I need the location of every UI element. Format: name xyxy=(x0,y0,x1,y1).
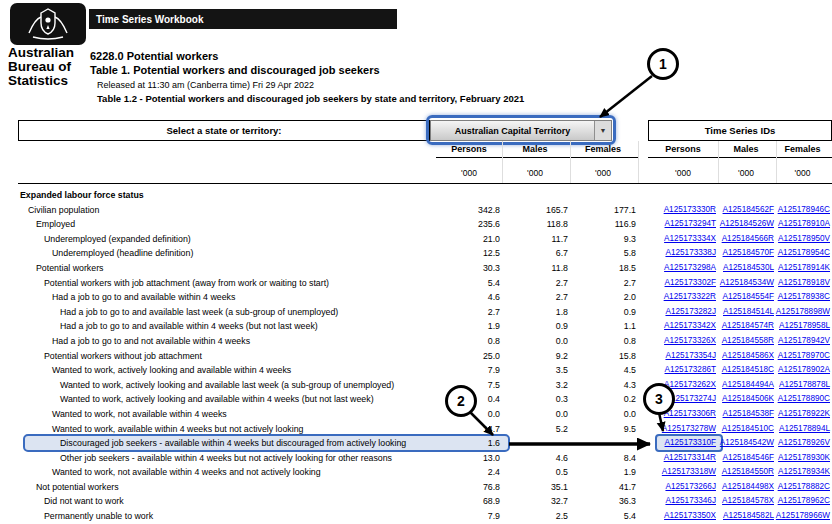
timeseries-id-link-females[interactable]: A125178914K xyxy=(778,261,830,276)
value-persons: 25.0 xyxy=(483,349,500,364)
timeseries-id-link-persons[interactable]: A125173310F xyxy=(665,436,716,451)
value-females: 8.4 xyxy=(624,451,636,466)
row-label: Expanded labour force status xyxy=(20,188,144,203)
table-row: Expanded labour force status xyxy=(0,188,832,203)
timeseries-id-link-males[interactable]: A125184494A xyxy=(722,378,774,393)
timeseries-id-link-males[interactable]: A125184546F xyxy=(723,451,774,466)
table-row: Wanted to work, actively looking and ava… xyxy=(0,363,832,378)
value-persons: 5.4 xyxy=(488,276,500,291)
timeseries-id-link-males[interactable]: A125184574R xyxy=(722,319,774,334)
timeseries-id-link-persons[interactable]: A125173342X xyxy=(664,319,716,334)
table-row: Wanted to work, actively looking and ava… xyxy=(0,378,832,393)
timeseries-id-link-males[interactable]: A125184554F xyxy=(723,290,774,305)
timeseries-id-link-persons[interactable]: A125173302F xyxy=(665,276,716,291)
state-dropdown[interactable]: Australian Capital Territory ▼ xyxy=(430,120,612,141)
timeseries-id-link-persons[interactable]: A125173298A xyxy=(664,261,716,276)
timeseries-id-link-males[interactable]: A125184518C xyxy=(722,363,774,378)
timeseries-id-link-males[interactable]: A125184538F xyxy=(723,407,774,422)
timeseries-id-link-females[interactable]: A125178938C xyxy=(778,290,830,305)
row-label: Not potential workers xyxy=(36,480,119,495)
timeseries-id-link-persons[interactable]: A125173346J xyxy=(665,494,716,509)
timeseries-id-link-females[interactable]: A125178942V xyxy=(778,334,830,349)
column-header-males: Males xyxy=(502,143,568,156)
timeseries-id-link-males[interactable]: A125184582L xyxy=(723,509,774,524)
timeseries-id-link-males[interactable]: A125184562F xyxy=(723,203,774,218)
timeseries-id-link-persons[interactable]: A125173282J xyxy=(665,305,716,320)
value-persons: 2.4 xyxy=(488,465,500,480)
timeseries-id-link-females[interactable]: A125178962C xyxy=(778,494,830,509)
timeseries-id-link-males[interactable]: A125184526W xyxy=(720,217,774,232)
row-label: Other job seekers - available within 4 w… xyxy=(60,451,392,466)
value-females: 0.0 xyxy=(624,407,636,422)
timeseries-id-link-persons[interactable]: A125173306R xyxy=(664,407,716,422)
timeseries-id-link-persons[interactable]: A125173318W xyxy=(662,465,716,480)
timeseries-id-link-males[interactable]: A125184534W xyxy=(720,276,774,291)
timeseries-id-link-females[interactable]: A125178946C xyxy=(778,203,830,218)
timeseries-id-link-females[interactable]: A125178930K xyxy=(778,451,830,466)
timeseries-id-link-males[interactable]: A125184542W xyxy=(720,436,774,451)
table-row: Wanted to work, actively looking and ava… xyxy=(0,392,832,407)
timeseries-id-link-persons[interactable]: A125173278W xyxy=(662,422,716,437)
timeseries-id-link-persons[interactable]: A125173286T xyxy=(665,363,716,378)
timeseries-id-link-persons[interactable]: A125173350X xyxy=(664,509,716,524)
units-label: '000 xyxy=(648,167,718,180)
header-underline-right xyxy=(648,157,832,158)
timeseries-id-link-females[interactable]: A125178910A xyxy=(778,217,830,232)
callout-2-number: 2 xyxy=(457,393,465,409)
timeseries-id-link-males[interactable]: A125184514L xyxy=(723,305,774,320)
row-label: Discouraged job seekers - available with… xyxy=(60,436,406,451)
timeseries-id-link-males[interactable]: A125184566R xyxy=(722,232,774,247)
timeseries-id-link-males[interactable]: A125184558R xyxy=(722,334,774,349)
table-row: Other job seekers - available within 4 w… xyxy=(0,451,832,466)
row-label: Permanently unable to work xyxy=(44,509,153,524)
timeseries-id-link-females[interactable]: A125178966W xyxy=(776,509,830,524)
timeseries-id-link-males[interactable]: A125184578X xyxy=(722,494,774,509)
timeseries-id-link-persons[interactable]: A125173338J xyxy=(665,246,716,261)
row-label: Potential workers xyxy=(36,261,103,276)
gridline xyxy=(718,141,719,183)
timeseries-id-link-females[interactable]: A125178890C xyxy=(778,392,830,407)
timeseries-id-link-persons[interactable]: A125173314R xyxy=(664,451,716,466)
timeseries-id-link-females[interactable]: A125178926V xyxy=(778,436,830,451)
gridline xyxy=(570,141,571,183)
timeseries-id-link-females[interactable]: A125178902A xyxy=(778,363,830,378)
timeseries-id-link-males[interactable]: A125184570F xyxy=(723,246,774,261)
abs-logo-line-3: Statistics xyxy=(8,74,74,88)
timeseries-id-link-females[interactable]: A125178950V xyxy=(778,232,830,247)
row-label: Had a job to go to and available last we… xyxy=(60,305,338,320)
timeseries-id-link-persons[interactable]: A125173326X xyxy=(664,334,716,349)
row-label: Wanted to work, actively looking and ava… xyxy=(52,363,291,378)
timeseries-id-link-persons[interactable]: A125173266J xyxy=(665,480,716,495)
timeseries-id-link-persons[interactable]: A125173322R xyxy=(664,290,716,305)
timeseries-id-link-females[interactable]: A125178894L xyxy=(779,422,830,437)
timeseries-id-link-females[interactable]: A125178882C xyxy=(778,480,830,495)
timeseries-id-link-females[interactable]: A125178970C xyxy=(778,349,830,364)
timeseries-id-link-males[interactable]: A125184550R xyxy=(722,465,774,480)
row-label: Potential workers without job attachment xyxy=(44,349,202,364)
value-females: 18.5 xyxy=(619,261,636,276)
ts-column-header-persons: Persons xyxy=(648,143,718,156)
timeseries-id-link-males[interactable]: A125184510C xyxy=(722,422,774,437)
timeseries-id-link-males[interactable]: A125184530L xyxy=(723,261,774,276)
table-row: Had a job to go to and not available wit… xyxy=(0,334,832,349)
dropdown-arrow-icon[interactable]: ▼ xyxy=(594,121,611,140)
timeseries-id-link-females[interactable]: A125178958L xyxy=(779,319,830,334)
timeseries-id-link-males[interactable]: A125184506K xyxy=(722,392,774,407)
timeseries-id-link-persons[interactable]: A125173354J xyxy=(665,349,716,364)
timeseries-id-link-females[interactable]: A125178898W xyxy=(776,305,830,320)
value-males: 35.1 xyxy=(551,480,568,495)
value-males: 2.5 xyxy=(556,509,568,524)
timeseries-id-link-females[interactable]: A125178954C xyxy=(778,246,830,261)
timeseries-id-link-males[interactable]: A125184586X xyxy=(722,349,774,364)
timeseries-id-link-persons[interactable]: A125173334X xyxy=(664,232,716,247)
table-row: Wanted to work, not available within 4 w… xyxy=(0,407,832,422)
timeseries-id-link-persons[interactable]: A125173294T xyxy=(665,217,716,232)
timeseries-id-link-males[interactable]: A125184498X xyxy=(722,480,774,495)
column-header-females: Females xyxy=(570,143,636,156)
value-males: 0.0 xyxy=(556,407,568,422)
timeseries-id-link-females[interactable]: A125178878L xyxy=(779,378,830,393)
timeseries-id-link-females[interactable]: A125178934K xyxy=(778,465,830,480)
timeseries-id-link-females[interactable]: A125178918V xyxy=(778,276,830,291)
timeseries-id-link-persons[interactable]: A125173330R xyxy=(664,203,716,218)
timeseries-id-link-females[interactable]: A125178922K xyxy=(778,407,830,422)
